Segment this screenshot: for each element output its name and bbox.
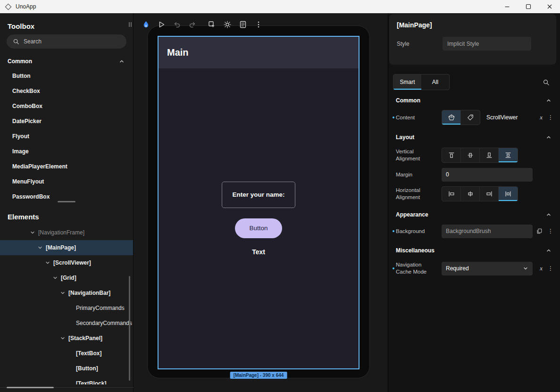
section-miscellaneous[interactable]: Miscellaneous (388, 240, 560, 258)
design-page-body[interactable]: Enter your name: Button Text (159, 68, 359, 368)
style-input[interactable]: Implicit Style (443, 37, 531, 50)
halign-right-button[interactable] (480, 187, 499, 201)
app-title: UnoApp (16, 3, 36, 10)
property-row-background: Background BackgroundBrush ⋮ (388, 222, 560, 240)
horizontal-alignment-group (442, 186, 518, 201)
redo-button[interactable] (188, 20, 197, 29)
toolbar-drag-handle[interactable] (125, 20, 135, 29)
minimize-button[interactable] (496, 0, 518, 13)
design-textblock[interactable]: Text (252, 248, 265, 256)
valign-center-button[interactable] (461, 148, 480, 162)
section-layout[interactable]: Layout (388, 127, 560, 145)
align-hcenter-icon (467, 190, 474, 198)
tree-item-navigationbar[interactable]: [NavigationBar] (0, 285, 133, 300)
chevron-down-icon (60, 291, 65, 295)
page-title: Main (167, 47, 189, 58)
design-textbox[interactable]: Enter your name: (222, 182, 295, 208)
theme-toggle-button[interactable] (223, 20, 232, 29)
tree-item-stackpanel[interactable]: [StackPanel] (0, 331, 133, 346)
chevron-up-icon (119, 58, 125, 64)
section-appearance[interactable]: Appearance (388, 204, 560, 222)
horizontal-alignment-label: Horizontal Alignment (396, 187, 442, 201)
content-element-mode-button[interactable] (442, 110, 461, 125)
section-layout-label: Layout (396, 134, 414, 141)
section-common-label: Common (396, 97, 420, 104)
tree-item-label: [Button] (76, 365, 98, 372)
modified-indicator (393, 230, 394, 232)
toolbox-section-common[interactable]: Common (0, 53, 133, 68)
background-input[interactable]: BackgroundBrush (442, 225, 533, 238)
content-value[interactable]: ScrollViewer (486, 114, 518, 121)
toolbox-item-button[interactable]: Button (0, 68, 133, 83)
halign-left-button[interactable] (442, 187, 461, 201)
toolbox-item-mediaplayerelement[interactable]: MediaPlayerElement (0, 159, 133, 174)
style-label: Style (397, 41, 443, 47)
design-navigationbar[interactable]: Main (159, 37, 359, 68)
tree-item-scrollviewer[interactable]: [ScrollViewer] (0, 255, 133, 270)
tab-smart[interactable]: Smart (393, 75, 421, 90)
tree-item-mainpage[interactable]: [MainPage] (0, 240, 133, 255)
more-icon[interactable]: ⋮ (548, 114, 553, 121)
halign-center-button[interactable] (461, 187, 480, 201)
tree-item-primarycommands[interactable]: PrimaryCommands (0, 300, 133, 316)
design-button[interactable]: Button (235, 218, 282, 238)
valign-bottom-button[interactable] (480, 148, 499, 162)
toolbox-search[interactable] (7, 34, 126, 49)
chevron-down-icon (38, 245, 42, 250)
tree-item-textblock[interactable]: [TextBlock] (0, 376, 133, 384)
left-panel-hscroll-thumb[interactable] (7, 387, 54, 388)
more-options-button[interactable] (254, 20, 263, 29)
changes-list-button[interactable] (238, 20, 248, 29)
tree-item-navigationframe[interactable]: [NavigationFrame] (0, 225, 133, 240)
binding-icon[interactable]: x (540, 114, 543, 121)
maximize-button[interactable] (518, 0, 539, 13)
tree-item-label: PrimaryCommands (76, 305, 125, 311)
resource-icon[interactable] (536, 228, 543, 234)
binding-icon[interactable]: x (540, 265, 543, 272)
section-common[interactable]: Common (388, 90, 560, 108)
properties-search-button[interactable] (543, 79, 550, 86)
tree-item-secondarycommands[interactable]: SecondaryCommands (0, 316, 133, 331)
more-icon[interactable]: ⋮ (548, 228, 553, 234)
tree-item-label: [TextBox] (76, 350, 101, 357)
drag-handle-icon (126, 20, 134, 29)
element-icon (448, 114, 455, 121)
toolbox-item-list: Button CheckBox ComboBox DatePicker Flyo… (0, 68, 133, 203)
toolbox-item-menuflyout[interactable]: MenuFlyout (0, 174, 133, 189)
toolbox-search-input[interactable] (24, 38, 120, 45)
undo-button[interactable] (172, 20, 182, 29)
elements-vertical-scrollbar[interactable] (129, 276, 130, 381)
toolbox-item-flyout[interactable]: Flyout (0, 129, 133, 144)
margin-input[interactable]: 0 (442, 168, 533, 182)
align-vcenter-icon (467, 151, 474, 159)
toolbox-item-combobox[interactable]: ComboBox (0, 99, 133, 114)
app-window: UnoApp Toolbox (0, 0, 560, 392)
task-list-icon (239, 20, 247, 29)
toolbox-item-checkbox[interactable]: CheckBox (0, 83, 133, 99)
content-value-mode-button[interactable] (461, 110, 480, 125)
select-element-button[interactable] (207, 20, 217, 29)
style-row: Style Implicit Style (397, 37, 549, 50)
toolbox-item-image[interactable]: Image (0, 144, 133, 159)
hot-reload-button[interactable] (141, 20, 150, 29)
valign-stretch-button[interactable] (499, 148, 518, 162)
play-button[interactable] (157, 20, 166, 29)
halign-stretch-button[interactable] (499, 187, 518, 201)
tab-all[interactable]: All (421, 75, 449, 90)
more-icon[interactable]: ⋮ (548, 265, 553, 272)
design-page-mainpage[interactable]: Main Enter your name: Button Text (158, 36, 359, 369)
valign-top-button[interactable] (442, 148, 461, 162)
select-element-icon (208, 20, 216, 29)
toolbox-scrollbar-thumb[interactable] (58, 201, 75, 202)
align-left-icon (448, 190, 455, 198)
toolbox-item-datepicker[interactable]: DatePicker (0, 114, 133, 129)
close-button[interactable] (539, 0, 560, 13)
section-miscellaneous-label: Miscellaneous (396, 247, 435, 254)
property-row-margin: Margin 0 (388, 166, 560, 183)
tree-item-grid[interactable]: [Grid] (0, 270, 133, 285)
tree-item-textbox[interactable]: [TextBox] (0, 346, 133, 361)
navigation-cache-mode-select[interactable]: Required (442, 262, 533, 275)
tree-item-button[interactable]: [Button] (0, 361, 133, 376)
properties-panel: [MainPage] Style Implicit Style Smart Al… (388, 13, 560, 392)
left-panel: Toolbox Common Button CheckB (0, 13, 134, 392)
